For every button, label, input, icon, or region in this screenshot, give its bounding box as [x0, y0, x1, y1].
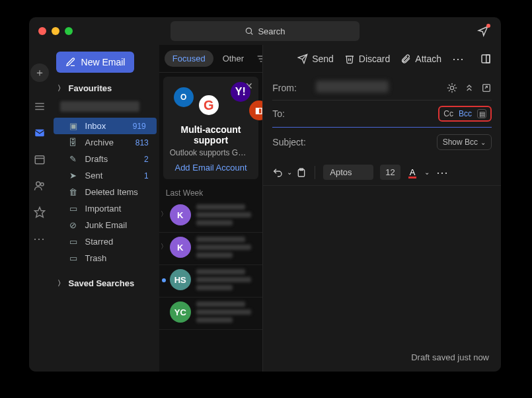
open-new-window-button[interactable]: [481, 83, 492, 93]
open-window-icon: [481, 83, 492, 93]
sun-icon: [447, 83, 457, 93]
undo-dropdown[interactable]: ⌄: [287, 169, 292, 176]
send-icon: [297, 54, 308, 64]
svg-line-24: [455, 85, 455, 85]
clipboard-icon: [296, 167, 307, 178]
folder-label: Deleted Items: [85, 187, 138, 197]
folder-junk[interactable]: ⊘Junk Email: [51, 217, 159, 233]
titlebar: Search: [29, 17, 501, 45]
folder-count: 919: [133, 122, 146, 131]
bcc-button[interactable]: Bcc: [459, 109, 472, 118]
calendar-rail-button[interactable]: [34, 153, 46, 165]
address-book-button[interactable]: ▤: [477, 109, 486, 118]
popout-button[interactable]: [480, 53, 492, 65]
folder-drafts[interactable]: ✎Drafts 2: [51, 151, 159, 167]
redacted-preview: [196, 301, 258, 325]
new-email-label: New Email: [81, 57, 126, 67]
subject-row: Subject: Show Bcc ⌄: [272, 128, 492, 157]
promo-icons: O Y! G ◧: [170, 83, 252, 119]
email-row[interactable]: HS: [159, 265, 263, 298]
junk-icon: ⊘: [68, 220, 79, 230]
avatar: YC: [170, 301, 191, 323]
close-window-button[interactable]: [38, 27, 46, 35]
office-icon: ◧: [249, 100, 264, 120]
font-family-select[interactable]: Aptos: [323, 165, 373, 180]
more-actions-button[interactable]: ⋯: [452, 52, 465, 66]
chevron-down-icon: ⌄: [480, 139, 486, 146]
paste-button[interactable]: [296, 167, 307, 178]
compose-plus-button[interactable]: ＋: [30, 63, 49, 82]
folder-deleted[interactable]: 🗑Deleted Items: [51, 184, 159, 200]
folder-label: Sent: [85, 171, 103, 180]
favourites-section-toggle[interactable]: 〉 Favourites: [51, 79, 159, 97]
send-button[interactable]: Send: [297, 54, 334, 64]
show-bcc-button[interactable]: Show Bcc ⌄: [437, 134, 492, 150]
font-color-dropdown[interactable]: ⌄: [424, 169, 430, 176]
font-size-select[interactable]: 12: [380, 165, 400, 180]
minimize-window-button[interactable]: [52, 27, 59, 35]
avatar: K: [170, 204, 191, 225]
saved-searches-label: Saved Searches: [69, 278, 135, 288]
email-row[interactable]: YC: [159, 298, 263, 330]
folder-starred[interactable]: ▭Starred: [51, 233, 159, 250]
svg-line-22: [455, 90, 455, 91]
search-input[interactable]: Search: [171, 21, 360, 41]
folder-trash[interactable]: ▭Trash: [51, 250, 159, 266]
tab-focused[interactable]: Focused: [165, 50, 213, 67]
more-format-button[interactable]: ⋯: [436, 165, 449, 180]
attach-icon: [400, 54, 411, 64]
folder-count: 813: [135, 138, 149, 147]
new-email-button[interactable]: New Email: [56, 52, 135, 73]
redacted-account: [60, 101, 139, 112]
folder-icon: ▭: [68, 253, 79, 263]
mail-rail-button[interactable]: [34, 127, 46, 139]
star-rail-button[interactable]: [34, 206, 46, 218]
from-label: From:: [272, 83, 309, 93]
inbox-tabs: Focused Other: [159, 45, 263, 73]
font-color-button[interactable]: A: [407, 166, 418, 179]
more-rail-button[interactable]: ⋯: [34, 233, 46, 245]
traffic-lights: [38, 27, 73, 35]
google-icon: G: [199, 95, 219, 115]
message-list-pane: Focused Other ✕ O Y! G ◧ Multi-account s…: [159, 45, 264, 372]
folder-inbox[interactable]: ▣Inbox 919: [54, 118, 157, 134]
svg-point-0: [247, 28, 252, 33]
folder-label: Drafts: [85, 154, 108, 164]
favourites-label: Favourites: [69, 83, 112, 93]
folder-sent[interactable]: ➤Sent 1: [51, 167, 159, 184]
from-row: From:: [272, 75, 492, 100]
discard-button[interactable]: Discard: [344, 54, 390, 64]
add-email-account-link[interactable]: Add Email Account: [170, 163, 252, 173]
search-icon: [245, 26, 254, 36]
yahoo-icon: Y!: [231, 82, 250, 102]
svg-rect-5: [36, 130, 45, 137]
saved-searches-section-toggle[interactable]: 〉 Saved Searches: [51, 274, 159, 292]
svg-line-23: [449, 90, 449, 91]
folder-label: Starred: [85, 237, 114, 247]
attach-button[interactable]: Attach: [400, 54, 441, 64]
notifications-button[interactable]: [477, 25, 489, 37]
zoom-window-button[interactable]: [65, 27, 73, 35]
folder-archive[interactable]: 🗄Archive 813: [51, 134, 159, 151]
undo-button[interactable]: [272, 167, 283, 178]
main-body: ＋ ⋯ New Email: [29, 45, 501, 372]
drafts-icon: ✎: [68, 154, 79, 164]
promo-title: Multi-account support: [170, 124, 252, 145]
hamburger-button[interactable]: [34, 100, 46, 112]
email-row[interactable]: 〉K: [159, 200, 263, 233]
tab-other[interactable]: Other: [216, 50, 251, 67]
folder-label: Archive: [85, 138, 114, 147]
importance-button[interactable]: [447, 83, 457, 93]
people-rail-button[interactable]: [34, 180, 46, 192]
email-row[interactable]: 〉K: [159, 233, 263, 265]
collapse-button[interactable]: [464, 83, 475, 93]
cc-button[interactable]: Cc: [443, 109, 453, 118]
app-window: Search ＋ ⋯: [29, 17, 501, 372]
svg-rect-6: [36, 156, 45, 164]
folder-important[interactable]: ▭Important: [51, 200, 159, 217]
to-input[interactable]: [316, 108, 432, 119]
redacted-preview: [196, 237, 258, 260]
account-name[interactable]: [51, 97, 159, 118]
filter-button[interactable]: [253, 51, 263, 67]
folder-icon: ▭: [68, 237, 79, 247]
